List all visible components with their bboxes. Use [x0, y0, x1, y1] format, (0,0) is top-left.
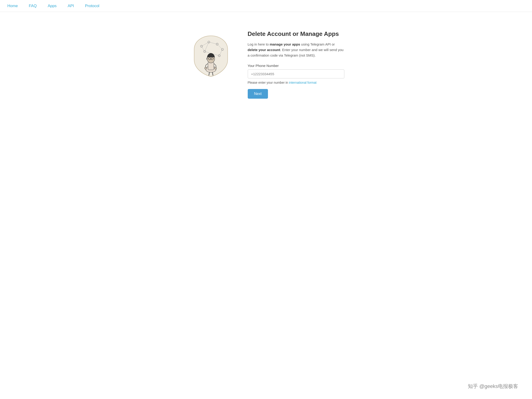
svg-point-15	[204, 67, 207, 69]
nav-apps[interactable]: Apps	[48, 4, 57, 8]
phone-input[interactable]	[248, 70, 344, 78]
international-format-link[interactable]: international format	[289, 81, 317, 84]
main-content: Delete Account or Manage Apps Log in her…	[139, 12, 393, 108]
page-description: Log in here to manage your apps using Te…	[248, 42, 344, 58]
page-title: Delete Account or Manage Apps	[248, 30, 344, 38]
watermark: 知乎 @geeks电报极客	[468, 383, 518, 390]
form-section: Delete Account or Manage Apps Log in her…	[248, 30, 344, 99]
phone-label: Your Phone Number	[248, 64, 344, 68]
nav-home[interactable]: Home	[7, 4, 18, 8]
next-button[interactable]: Next	[248, 89, 268, 99]
format-hint: Please enter your number in internationa…	[248, 81, 344, 84]
nav-faq[interactable]: FAQ	[29, 4, 37, 8]
nav-protocol[interactable]: Protocol	[85, 4, 99, 8]
nav-api[interactable]: API	[68, 4, 74, 8]
svg-line-22	[213, 58, 214, 59]
illustration	[188, 33, 234, 80]
svg-line-21	[208, 58, 209, 59]
navbar: Home FAQ Apps API Protocol	[0, 0, 532, 12]
svg-point-16	[214, 67, 216, 69]
